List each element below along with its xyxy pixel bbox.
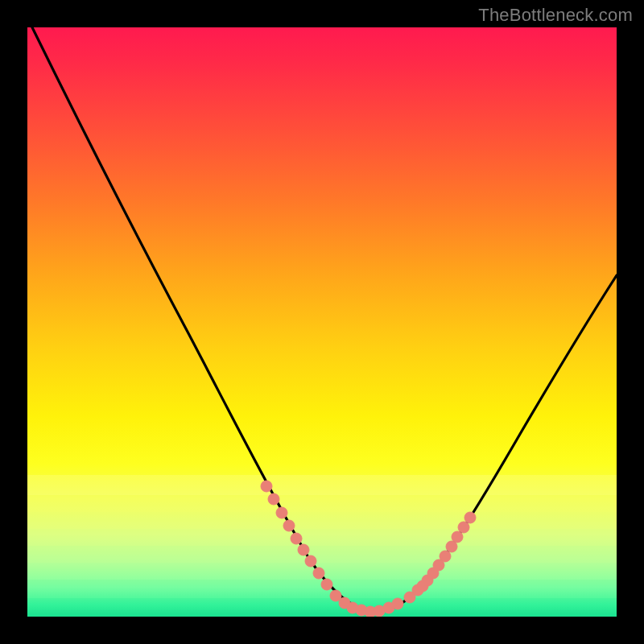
watermark-text: TheBottleneck.com bbox=[478, 5, 633, 26]
background-gradient bbox=[27, 27, 617, 617]
plot-area bbox=[27, 27, 617, 617]
chart-frame: TheBottleneck.com bbox=[0, 0, 644, 644]
